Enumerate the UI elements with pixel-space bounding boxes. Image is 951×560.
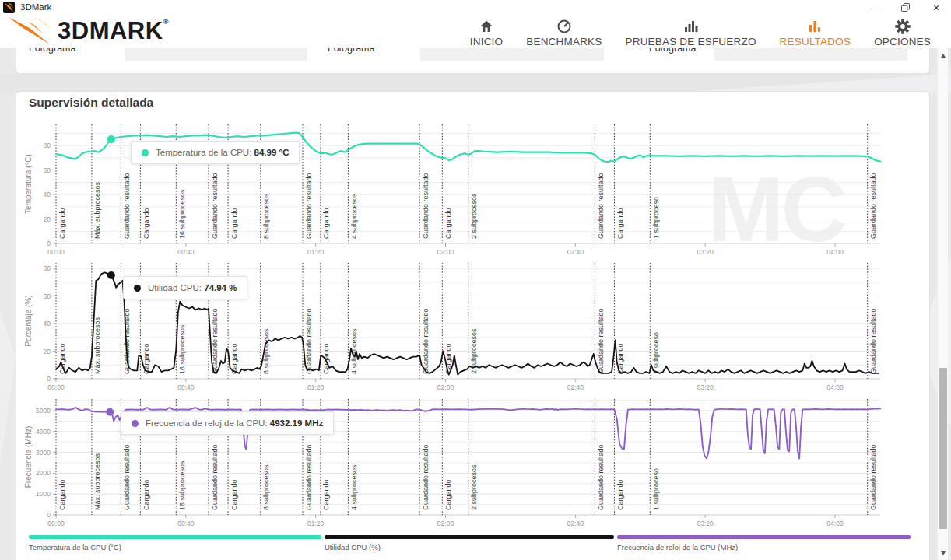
phase-marker-label: Cargando xyxy=(616,343,624,374)
fotograma-input[interactable] xyxy=(420,48,604,61)
nav-label: INICIO xyxy=(470,36,503,47)
x-tick-label: 04:00 xyxy=(826,520,844,527)
results-chart-icon xyxy=(807,19,823,34)
phase-marker-label: Cargando xyxy=(444,208,452,239)
y-tick-label: 80 xyxy=(44,264,51,272)
tooltip-value: 4932.19 MHz xyxy=(270,418,323,428)
phase-marker-label: Guardando resultado xyxy=(422,444,430,510)
phase-marker-label: Máx. subprocesos xyxy=(93,181,101,239)
x-tick-label: 00:40 xyxy=(177,520,195,527)
tooltip-value: 74.94 % xyxy=(204,283,237,292)
phase-marker-label: Guardando resultado xyxy=(869,308,877,374)
y-tick-label: 5000 xyxy=(36,407,51,415)
nav-resultados[interactable]: RESULTADOS xyxy=(780,19,851,47)
tooltip-text: Temperatura de la CPU: 84.99 °C xyxy=(156,148,289,157)
maximize-button[interactable] xyxy=(892,0,918,16)
nav-label: BENCHMARKS xyxy=(526,36,602,47)
cpu-temperature-hover-marker xyxy=(107,135,115,143)
fotograma-input[interactable] xyxy=(125,48,307,61)
y-axis-title: Porcentaje (%) xyxy=(24,295,33,346)
nav-benchmarks[interactable]: BENCHMARKS xyxy=(526,19,602,47)
legend-label: Frecuencia de reloj de la CPU (MHz) xyxy=(617,543,911,551)
bar-chart-icon xyxy=(683,19,699,34)
nav-label: OPCIONES xyxy=(874,36,931,47)
maximize-icon xyxy=(901,3,910,12)
phase-marker-label: 1 subproceso xyxy=(652,468,660,510)
legend-color-bar xyxy=(29,535,321,539)
x-tick-label: 02:00 xyxy=(437,520,454,527)
phase-marker-label: Guardando resultado xyxy=(305,173,313,239)
phase-marker-label: Guardando resultado xyxy=(422,308,430,374)
phase-marker-label: 16 subprocesos xyxy=(178,189,186,239)
scroll-thumb[interactable] xyxy=(939,368,947,529)
x-tick-label: 02:00 xyxy=(437,248,454,256)
phase-marker-label: Máx. subprocesos xyxy=(93,317,101,374)
tooltip-dot xyxy=(142,149,149,156)
background-facet xyxy=(669,74,951,93)
phase-marker-label: Cargando xyxy=(58,479,66,510)
phase-marker-label: 4 subprocesos xyxy=(350,464,358,510)
phase-marker-label: Cargando xyxy=(322,479,330,510)
y-tick-label: 0 xyxy=(47,375,51,383)
minimize-button[interactable]: — xyxy=(862,0,889,16)
nav-pruebas-de-esfuerzo[interactable]: PRUEBAS DE ESFUERZO xyxy=(626,19,756,47)
phase-marker-label: Guardando resultado xyxy=(869,444,877,510)
fotograma-field-group: Fotograma xyxy=(328,48,623,74)
legend-label: Utilidad CPU (%) xyxy=(325,543,614,551)
phase-marker-label: 4 subprocesos xyxy=(350,193,358,239)
phase-marker-label: Guardando resultado xyxy=(123,173,131,239)
legend-item-temperature[interactable]: Temperatura de la CPU (°C) xyxy=(29,535,321,551)
brand-name: 3DMARK® xyxy=(58,16,169,46)
y-tick-label: 40 xyxy=(44,320,51,327)
y-tick-label: 80 xyxy=(44,142,51,149)
x-tick-label: 03:20 xyxy=(697,248,714,256)
phase-marker-label: Cargando xyxy=(142,479,150,510)
phase-marker-label: 1 subproceso xyxy=(652,332,660,374)
x-tick-label: 00:00 xyxy=(47,383,65,391)
vertical-scrollbar[interactable] xyxy=(937,48,948,560)
legend-item-cpu-utilization[interactable]: Utilidad CPU (%) xyxy=(325,535,614,551)
temperature-tooltip: Temperatura de la CPU: 84.99 °C xyxy=(131,141,300,164)
x-tick-label: 00:00 xyxy=(47,248,65,256)
y-tick-label: 20 xyxy=(44,215,51,223)
window-title: 3DMark xyxy=(20,2,51,12)
fotograma-label: Fotograma xyxy=(649,48,696,54)
y-axis-title: Temperatura (°C) xyxy=(24,154,33,214)
phase-marker-label: 8 subprocesos xyxy=(262,464,270,510)
nav-opciones[interactable]: OPCIONES xyxy=(874,19,931,47)
app-logo-glyph xyxy=(4,2,14,12)
nav-label: RESULTADOS xyxy=(780,36,851,47)
gear-icon xyxy=(895,19,911,34)
scroll-down-button[interactable] xyxy=(938,548,949,558)
phase-marker-label: Guardando resultado xyxy=(422,173,430,239)
tooltip-dot xyxy=(132,420,139,427)
phase-marker-label: Guardando resultado xyxy=(597,173,605,239)
phase-marker-label: 1 subproceso xyxy=(652,197,660,239)
y-tick-label: 60 xyxy=(44,292,51,300)
cpu-temperature-chart[interactable]: MC020406080Temperatura (°C)00:0000:4001:… xyxy=(0,115,951,258)
phase-marker-label: Guardando resultado xyxy=(597,308,605,374)
legend-item-cpu-frequency[interactable]: Frecuencia de reloj de la CPU (MHz) xyxy=(617,535,911,551)
frame-row-card: Fotograma Fotograma Fotograma xyxy=(16,48,930,74)
close-button[interactable]: ✕ xyxy=(923,0,949,16)
fotograma-input[interactable] xyxy=(714,48,907,61)
app-icon xyxy=(3,2,15,13)
scroll-up-icon xyxy=(941,54,946,58)
cpu-utilization-hover-marker xyxy=(107,271,115,279)
phase-marker-label: Cargando xyxy=(322,208,330,239)
y-tick-label: 20 xyxy=(44,348,51,355)
app-header: 3DMARK® INICIO BENCHMARKS PRUEBAS DE ESF… xyxy=(0,16,951,48)
tooltip-dot xyxy=(134,285,141,292)
section-title: Supervisión detallada xyxy=(29,96,153,110)
x-tick-label: 01:20 xyxy=(307,520,325,527)
phase-marker-label: 8 subprocesos xyxy=(262,193,270,239)
y-tick-label: 0 xyxy=(47,240,51,247)
nav-label: PRUEBAS DE ESFUERZO xyxy=(626,36,756,47)
phase-marker-label: Cargando xyxy=(322,343,330,374)
cpu-clock-frequency-hover-marker xyxy=(106,408,114,416)
scroll-up-button[interactable] xyxy=(938,50,949,61)
nav-inicio[interactable]: INICIO xyxy=(470,19,503,47)
y-tick-label: 40 xyxy=(44,191,51,198)
legend-label: Temperatura de la CPU (°C) xyxy=(29,543,321,551)
phase-marker-label: Cargando xyxy=(142,343,150,374)
